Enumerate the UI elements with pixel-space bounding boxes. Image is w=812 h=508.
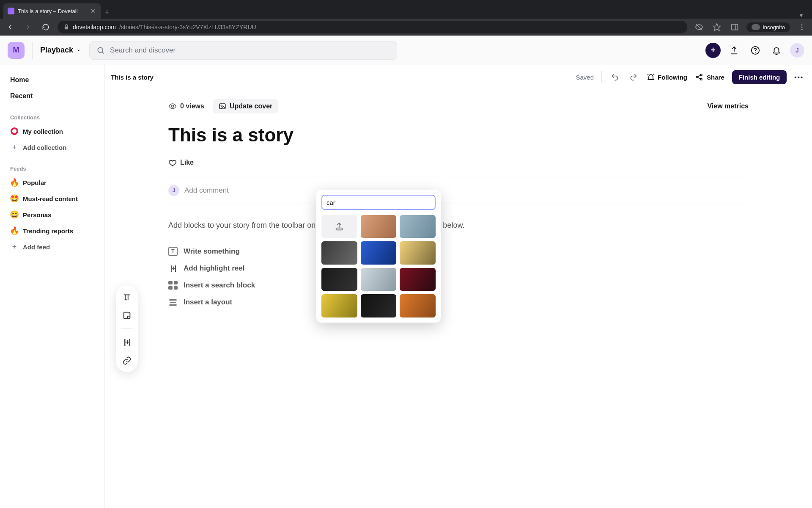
blocks-hint: Add blocks to your story from the toolba…: [168, 221, 749, 230]
cover-thumb-mustang-bw[interactable]: [321, 241, 357, 264]
sidebar-add-collection[interactable]: + Add collection: [3, 139, 101, 155]
sidebar-recent[interactable]: Recent: [3, 88, 101, 104]
note-tool-icon[interactable]: [121, 310, 132, 321]
incognito-badge[interactable]: Incognito: [746, 22, 790, 32]
update-cover-button[interactable]: Update cover: [213, 99, 278, 113]
document-toolbar: This is a story Saved Following Share Fi…: [105, 65, 812, 89]
floating-toolbar: |+|: [116, 285, 138, 372]
tab-title: This is a story – Dovetail: [18, 8, 86, 14]
sidebar-collections-header: Collections: [3, 104, 101, 123]
sidebar-item-label: Trending reports: [23, 227, 73, 235]
global-search[interactable]: Search and discover: [89, 41, 397, 60]
sidebar-feed-trending[interactable]: 🔥 Trending reports: [3, 223, 101, 239]
bell-icon[interactable]: [769, 43, 784, 58]
divider: [168, 204, 749, 204]
svg-point-18: [221, 105, 222, 106]
cover-thumb-suv-desert[interactable]: [361, 215, 397, 238]
url-input[interactable]: dovetailapp.com/stories/This-is-a-story-…: [58, 21, 687, 33]
star-icon[interactable]: [711, 21, 723, 33]
finish-editing-button[interactable]: Finish editing: [732, 70, 787, 84]
like-label: Like: [180, 159, 194, 166]
redo-button[interactable]: [628, 72, 639, 83]
heart-icon: [168, 158, 177, 167]
new-tab-button[interactable]: +: [101, 6, 113, 19]
sidebar: Home Recent Collections My collection + …: [0, 65, 105, 508]
share-icon: [695, 73, 703, 81]
cover-thumb-yellow-sports[interactable]: [321, 294, 357, 317]
divider: [601, 71, 602, 83]
incognito-icon: [752, 24, 760, 30]
forward-button[interactable]: [22, 21, 34, 33]
upload-icon[interactable]: [727, 43, 742, 58]
svg-rect-17: [219, 104, 225, 109]
block-opt-search[interactable]: Insert a search block: [168, 281, 749, 290]
highlight-tool-icon[interactable]: |+|: [121, 337, 132, 348]
close-icon[interactable]: ✕: [90, 8, 96, 14]
upload-cover-tile[interactable]: [321, 215, 357, 238]
new-button[interactable]: +: [705, 43, 721, 58]
sidebar-feeds-header: Feeds: [3, 155, 101, 174]
view-metrics-link[interactable]: View metrics: [707, 102, 749, 110]
url-path: /stories/This-is-a-story-3sYu2V7XlzLU33s…: [119, 24, 256, 30]
comment-avatar: J: [168, 185, 179, 196]
back-button[interactable]: [4, 21, 16, 33]
sidebar-feed-personas[interactable]: 😄 Personas: [3, 207, 101, 223]
cover-thumb-orange-beetle[interactable]: [400, 294, 436, 317]
url-host: dovetailapp.com: [73, 24, 116, 30]
like-button[interactable]: Like: [168, 158, 749, 167]
svg-marker-1: [713, 24, 721, 31]
breadcrumb-title[interactable]: This is a story: [111, 74, 154, 81]
views-label: 0 views: [180, 102, 204, 110]
cover-picker-popover: [316, 190, 441, 323]
cover-thumb-blue-sports[interactable]: [361, 241, 397, 264]
block-opt-write[interactable]: T Write something: [168, 247, 749, 256]
svg-point-5: [801, 27, 803, 28]
page-title[interactable]: This is a story: [168, 124, 749, 146]
user-avatar[interactable]: J: [790, 43, 804, 58]
following-toggle[interactable]: Following: [647, 73, 687, 81]
kebab-icon[interactable]: [796, 21, 808, 33]
chevron-down-icon: [76, 47, 82, 53]
cover-thumb-sunset-car[interactable]: [400, 241, 436, 264]
update-cover-label: Update cover: [230, 102, 272, 110]
main-area: This is a story Saved Following Share Fi…: [105, 65, 812, 508]
share-button[interactable]: Share: [695, 73, 724, 81]
cover-search-input[interactable]: [321, 195, 436, 210]
sidebar-feed-popular[interactable]: 🔥 Popular: [3, 174, 101, 190]
views-count: 0 views: [168, 102, 204, 110]
window-caret-icon[interactable]: ▾: [794, 12, 809, 19]
cover-thumb-garage-dark[interactable]: [361, 294, 397, 317]
block-opt-layout[interactable]: Insert a layout: [168, 298, 749, 307]
sidebar-home[interactable]: Home: [3, 72, 101, 88]
svg-rect-20: [124, 312, 130, 319]
cover-thumb-supercar-dark[interactable]: [321, 268, 357, 291]
panel-icon[interactable]: [729, 21, 741, 33]
plus-icon: +: [10, 243, 19, 251]
workspace-badge[interactable]: M: [8, 42, 25, 59]
block-opt-highlight[interactable]: |+| Add highlight reel: [168, 264, 749, 273]
link-tool-icon[interactable]: [121, 355, 132, 366]
block-opt-label: Add highlight reel: [184, 264, 245, 273]
undo-button[interactable]: [609, 72, 620, 83]
more-menu-button[interactable]: •••: [794, 74, 804, 81]
following-label: Following: [658, 74, 687, 81]
help-icon[interactable]: [748, 43, 763, 58]
browser-tab[interactable]: This is a story – Dovetail ✕: [3, 3, 101, 19]
cover-thumb-taillights-night[interactable]: [400, 268, 436, 291]
cover-thumb-headlight-closeup[interactable]: [361, 268, 397, 291]
text-tool-icon[interactable]: [121, 291, 132, 302]
highlight-icon: |+|: [168, 264, 178, 273]
eye-off-icon[interactable]: [693, 21, 705, 33]
comment-input[interactable]: J Add comment: [168, 185, 749, 196]
browser-tab-strip: This is a story – Dovetail ✕ + ▾: [0, 0, 812, 19]
svg-point-10: [755, 52, 756, 52]
svg-line-8: [102, 52, 104, 53]
sidebar-add-feed[interactable]: + Add feed: [3, 239, 101, 255]
lifebuoy-icon: [10, 127, 19, 135]
workspace-switcher[interactable]: Playback: [40, 46, 82, 55]
cover-thumb-sedan-highway[interactable]: [400, 215, 436, 238]
sidebar-feed-mustread[interactable]: 🤩 Must-read content: [3, 190, 101, 207]
sidebar-my-collection[interactable]: My collection: [3, 123, 101, 139]
block-opt-label: Write something: [184, 247, 240, 256]
reload-button[interactable]: [40, 21, 52, 33]
